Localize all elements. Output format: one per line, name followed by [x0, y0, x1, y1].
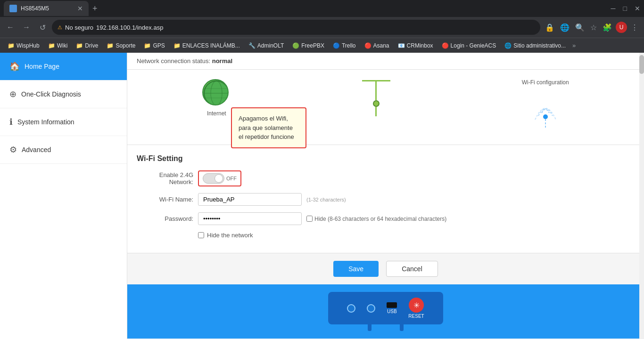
window-controls: ─ □ ✕: [611, 5, 640, 12]
bookmark-freepbx[interactable]: 🟢 FreePBX: [289, 41, 328, 50]
button-row: Save Cancel: [127, 253, 644, 284]
folder-icon: 📁: [173, 42, 181, 49]
save-button[interactable]: Save: [333, 261, 379, 277]
bookmark-wiki[interactable]: 📁 Wiki: [44, 41, 72, 50]
sidebar-item-homepage[interactable]: 🏠 Home Page: [0, 53, 127, 81]
enable-24g-toggle-container: OFF: [198, 170, 241, 186]
toggle-thumb: [215, 174, 223, 183]
toggle-off-label: OFF: [226, 176, 237, 181]
reset-label: RESET: [408, 314, 424, 319]
translate-icon[interactable]: 🌐: [558, 21, 571, 34]
bookmark-trello[interactable]: 🔵 Trello: [329, 41, 360, 50]
sidebar-item-advanced[interactable]: ⚙ Advanced: [0, 136, 127, 164]
svg-point-5: [543, 114, 548, 119]
refresh-button[interactable]: ↺: [36, 21, 49, 34]
sidebar-item-sysinfo[interactable]: ℹ System Information: [0, 108, 127, 136]
hide-password-checkbox[interactable]: [306, 216, 313, 222]
reset-button[interactable]: ✳: [409, 298, 424, 313]
wifi-name-row: Wi-Fi Name: (1-32 characters): [137, 193, 635, 206]
bookmark-crminbox[interactable]: 📧 CRMinbox: [394, 41, 437, 50]
bookmark-enlaces[interactable]: 📁 ENLACES INALÁMB...: [170, 41, 244, 50]
folder-icon: 📁: [76, 42, 83, 49]
bookmark-icon[interactable]: ☆: [588, 21, 599, 34]
address-bar[interactable]: ⚠ No seguro 192.168.100.1/index.asp: [52, 20, 540, 35]
close-window-button[interactable]: ✕: [635, 5, 640, 12]
advanced-icon: ⚙: [9, 145, 17, 155]
bookmark-label: Drive: [85, 42, 98, 49]
enable-24g-row: Enable 2.4G Network: OFF: [137, 170, 635, 186]
bookmark-sitio[interactable]: 🌐 Sitio administrativo...: [501, 41, 570, 50]
bookmark-label: CRMinbox: [407, 42, 433, 49]
usb-label: USB: [387, 309, 397, 314]
extensions-icon[interactable]: 🧩: [601, 21, 614, 34]
bookmark-label: Trello: [342, 42, 356, 49]
profile-icon[interactable]: U: [616, 22, 627, 33]
enable-24g-label: Enable 2.4G Network:: [137, 171, 193, 186]
annotation-box: Apagamos el Wifi, para que solamente el …: [231, 107, 306, 148]
forward-button[interactable]: →: [20, 21, 33, 34]
folder-icon: 📁: [48, 42, 55, 49]
device-leg-right: [400, 324, 404, 331]
scrollbar[interactable]: [639, 53, 644, 339]
back-button[interactable]: ←: [4, 21, 17, 34]
browser-titlebar: HS8545M5 ✕ + ─ □ ✕: [0, 0, 644, 17]
wifi-antenna-icon: [527, 92, 564, 130]
hide-network-checkbox[interactable]: [198, 232, 204, 238]
sidebar: 🏠 Home Page ⊕ One-Click Diagnosis ℹ Syst…: [0, 53, 127, 339]
tab-title: HS8545M5: [21, 5, 49, 12]
zoom-icon[interactable]: 🔍: [573, 21, 586, 34]
minimize-button[interactable]: ─: [611, 5, 616, 12]
password-input[interactable]: [198, 212, 302, 225]
bookmark-wisphub[interactable]: 📁 WispHub: [4, 41, 43, 50]
bookmark-label: Sitio administrativo...: [513, 42, 566, 49]
enable-24g-toggle[interactable]: [203, 173, 224, 184]
tab-close-button[interactable]: ✕: [77, 5, 83, 12]
crminbox-icon: 📧: [398, 42, 405, 49]
usb-port: [387, 302, 397, 308]
menu-icon[interactable]: ⋮: [629, 21, 640, 34]
wifi-name-input[interactable]: [198, 193, 302, 206]
bookmark-drive[interactable]: 📁 Drive: [72, 41, 102, 50]
sidebar-label-sysinfo: System Information: [17, 118, 74, 126]
bookmark-label: Asana: [373, 42, 389, 49]
wifi-name-label: Wi-Fi Name:: [137, 196, 193, 203]
bookmark-adminolt[interactable]: 🔧 AdminOLT: [245, 41, 288, 50]
bookmark-label: Login - GenieACS: [451, 42, 496, 49]
connection-vertical: [375, 81, 377, 100]
device-port-mid: [367, 304, 375, 313]
reset-icon: ✳: [413, 301, 420, 310]
bookmark-genieacs[interactable]: 🔴 Login - GenieACS: [438, 41, 500, 50]
bookmark-gps[interactable]: 📁 GPS: [140, 41, 168, 50]
maximize-button[interactable]: □: [623, 5, 627, 12]
sysinfo-icon: ℹ: [9, 117, 13, 127]
connection-dot: [373, 100, 380, 107]
freepbx-icon: 🟢: [292, 42, 299, 49]
scrollbar-thumb[interactable]: [639, 55, 644, 74]
device-diagram: USB ✳ RESET: [127, 284, 644, 339]
diagnosis-icon: ⊕: [9, 89, 17, 99]
device-leg-left: [368, 324, 372, 331]
more-bookmarks-icon[interactable]: »: [572, 42, 576, 49]
network-status-bar: Network connection status: normal: [127, 53, 644, 70]
device-body: USB ✳ RESET: [328, 292, 443, 324]
wifi-name-hint: (1-32 characters): [306, 197, 346, 202]
browser-tab[interactable]: HS8545M5 ✕: [4, 1, 89, 16]
wifi-config-node: Wi-Fi configuration: [522, 79, 569, 130]
bookmark-label: Wiki: [57, 42, 68, 49]
cancel-button[interactable]: Cancel: [386, 261, 438, 277]
bookmark-label: Soporte: [116, 42, 135, 49]
reset-area: ✳ RESET: [408, 298, 424, 319]
password-label: Password:: [137, 215, 193, 222]
network-status-label: Network connection status:: [137, 57, 210, 65]
bookmark-soporte[interactable]: 📁 Soporte: [103, 41, 139, 50]
new-tab-button[interactable]: +: [92, 4, 98, 14]
usb-port-area: USB: [387, 302, 397, 314]
folder-icon: 📁: [144, 42, 151, 49]
annotation-text: Apagamos el Wifi, para que solamente el …: [239, 115, 294, 140]
bookmark-asana[interactable]: 🔴 Asana: [361, 41, 393, 50]
bookmark-label: WispHub: [17, 42, 40, 49]
globe-icon: [202, 79, 231, 107]
hide-password-label: Hide (8-63 characters or 64 hexadecimal …: [306, 216, 446, 222]
sidebar-item-diagnosis[interactable]: ⊕ One-Click Diagnosis: [0, 81, 127, 108]
folder-icon: 📁: [107, 42, 114, 49]
